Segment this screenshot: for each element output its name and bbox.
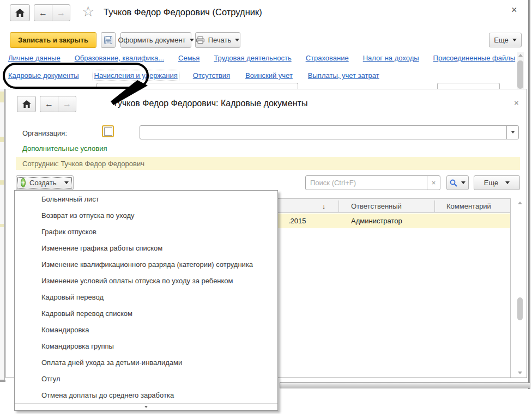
table-scrollbar[interactable] — [514, 198, 526, 378]
cutoff-field — [96, 83, 298, 89]
window1-title: Тучков Федор Федорович (Сотрудник) — [104, 7, 262, 17]
column-header-comment[interactable]: Комментарий — [446, 199, 491, 214]
back-icon: ← — [39, 8, 47, 18]
home-icon — [22, 100, 31, 108]
organization-label: Организация: — [22, 129, 67, 137]
screen: ← → ☆ Тучков Федор Федорович (Сотрудник)… — [0, 0, 532, 414]
tab-personal-data[interactable]: Личные данные — [8, 54, 61, 62]
employee-bar-text: Сотрудник: Тучков Федор Федорович — [22, 160, 144, 168]
favorite-star-icon[interactable]: ☆ — [82, 3, 94, 20]
menu-item-sick-leave[interactable]: Больничный лист — [15, 191, 277, 207]
tab-accruals-deductions[interactable]: Начисления и удержания — [94, 71, 178, 80]
search-options-button[interactable] — [446, 175, 469, 190]
window1-right-border — [528, 0, 530, 389]
menu-scroll-down[interactable] — [15, 403, 277, 410]
menu-item-cancel-average-pay-supplement[interactable]: Отмена доплаты до среднего заработка — [15, 387, 277, 403]
column-separator[interactable] — [434, 200, 435, 212]
add-icon: + — [21, 178, 26, 187]
create-button[interactable]: + Создать — [16, 175, 74, 190]
column-separator[interactable] — [338, 200, 339, 212]
cell-date: .2015 — [288, 214, 306, 228]
scroll-down-icon[interactable] — [518, 372, 522, 374]
menu-item-qualification-change[interactable]: Изменение квалификационного разряда (кат… — [15, 256, 277, 272]
search-input[interactable] — [306, 176, 427, 190]
print-button[interactable]: Печать — [195, 32, 240, 48]
menu-item-hr-transfer[interactable]: Кадровый перевод — [15, 289, 277, 305]
create-label: Создать — [29, 179, 56, 187]
save-close-button[interactable]: Записать и закрыть — [10, 32, 96, 48]
scrollbar-thumb[interactable] — [517, 297, 523, 320]
window2-title: Тучков Федор Федорович: Кадровые докумен… — [113, 99, 307, 108]
menu-item-return-from-leave[interactable]: Возврат из отпуска по уходу — [15, 207, 277, 223]
back-icon: ← — [45, 99, 53, 109]
scrollbar-thumb[interactable] — [517, 60, 523, 89]
back-button[interactable]: ← — [40, 96, 58, 112]
organization-combo[interactable] — [140, 125, 519, 139]
chevron-down-icon — [64, 181, 69, 184]
home-button[interactable] — [10, 4, 30, 21]
checkbox-box — [104, 127, 112, 136]
forward-button[interactable]: → — [52, 4, 70, 21]
window1-left-remnant-cap — [0, 380, 5, 382]
combo-dropdown-button[interactable] — [506, 126, 518, 139]
employee-bar: Сотрудник: Тучков Федор Федорович — [16, 157, 520, 170]
sort-indicator[interactable]: ↓ — [313, 199, 335, 214]
home-button[interactable] — [17, 96, 36, 112]
sort-arrow-icon: ↓ — [322, 202, 326, 210]
forward-button[interactable]: → — [58, 96, 76, 112]
tab-payments-costs[interactable]: Выплаты, учет затрат — [308, 71, 379, 80]
search-lens-icon — [450, 179, 457, 187]
more-label: Еще — [484, 179, 498, 187]
search-clear-icon: × — [432, 179, 436, 187]
chevron-down-icon — [512, 39, 517, 41]
menu-item-time-off[interactable]: Отгул — [15, 370, 277, 387]
menu-item-vacation-schedule[interactable]: График отпусков — [15, 223, 277, 240]
window1-more-button[interactable]: Еще — [489, 33, 522, 47]
save-close-label: Записать и закрыть — [18, 36, 88, 44]
menu-item-disabled-children-care-pay[interactable]: Оплата дней ухода за детьми-инвалидами — [15, 354, 277, 370]
create-document-button[interactable]: Оформить документ — [120, 32, 191, 48]
forward-icon: → — [63, 99, 71, 109]
additional-conditions-link[interactable]: Дополнительные условия — [22, 144, 107, 153]
save-icon — [104, 36, 112, 44]
chevron-down-icon — [235, 39, 239, 41]
tab-military-registration[interactable]: Воинский учет — [245, 71, 293, 80]
chevron-down-icon — [461, 181, 466, 184]
menu-item-work-schedule-change-list[interactable]: Изменение графика работы списком — [15, 240, 277, 256]
menu-item-hr-transfer-list[interactable]: Кадровый перевод списком — [15, 305, 277, 321]
cell-responsible: Администратор — [351, 214, 402, 228]
create-menu: Больничный лист Возврат из отпуска по ух… — [14, 190, 278, 411]
tabs-row-1: Личные данные Образование, квалифика... … — [8, 54, 515, 62]
tab-hr-documents[interactable]: Кадровые документы — [8, 71, 79, 80]
chevron-down-icon — [190, 39, 194, 41]
home-icon — [15, 9, 25, 17]
tab-education[interactable]: Образование, квалифика... — [75, 54, 164, 62]
search-clear-button[interactable]: × — [427, 176, 440, 190]
scroll-up-icon[interactable] — [518, 202, 522, 204]
tab-insurance[interactable]: Страхование — [306, 54, 349, 62]
menu-item-business-trip[interactable]: Командировка — [15, 321, 277, 338]
print-icon — [196, 36, 204, 44]
save-button[interactable] — [101, 32, 116, 48]
window1-scrollbar[interactable] — [517, 52, 524, 89]
search-wrap: × — [305, 175, 440, 190]
tab-income-tax[interactable]: Налог на доходы — [363, 54, 419, 62]
window2-close-icon[interactable]: × — [514, 98, 519, 107]
window1-close-icon[interactable]: × — [511, 4, 517, 16]
tab-absences[interactable]: Отсутствия — [193, 71, 230, 80]
back-button[interactable]: ← — [34, 4, 52, 21]
more-label: Еще — [494, 36, 508, 44]
forward-icon: → — [57, 8, 65, 18]
tab-family[interactable]: Семья — [178, 54, 200, 62]
tab-attached-files[interactable]: Присоединенные файлы — [433, 54, 516, 62]
menu-item-childcare-pay-change[interactable]: Изменение условий оплаты отпуска по уход… — [15, 272, 277, 289]
window1-bottom-bar — [280, 382, 530, 388]
organization-checkbox[interactable] — [102, 125, 114, 137]
column-header-responsible[interactable]: Ответственный — [351, 199, 402, 214]
menu-item-group-business-trip[interactable]: Командировка группы — [15, 338, 277, 354]
create-document-label: Оформить документ — [118, 36, 185, 44]
tabs-row-2: Кадровые документы Начисления и удержани… — [8, 71, 379, 80]
window1-left-remnant — [0, 89, 5, 380]
window2-more-button[interactable]: Еще — [474, 175, 520, 190]
tab-work-activity[interactable]: Трудовая деятельность — [214, 54, 291, 62]
